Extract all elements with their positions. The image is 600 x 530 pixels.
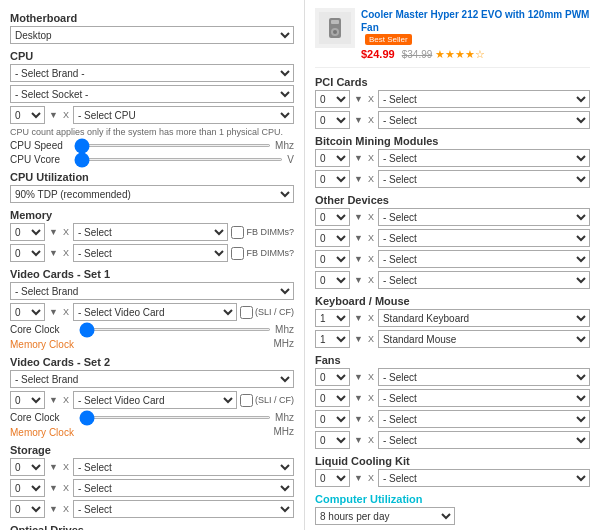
pci-1-x[interactable]: X	[367, 94, 375, 104]
other-4-x[interactable]: X	[367, 275, 375, 285]
other-select-4[interactable]: - Select	[378, 271, 590, 289]
memory-select-2[interactable]: - Select	[73, 244, 229, 262]
other-qty-4[interactable]: 0	[315, 271, 350, 289]
other-1-x[interactable]: X	[367, 212, 375, 222]
mouse-x[interactable]: X	[367, 334, 375, 344]
memory-qty-2[interactable]: 0	[10, 244, 45, 262]
storage-select-3[interactable]: - Select	[73, 500, 294, 518]
memory-select-1[interactable]: - Select	[73, 223, 229, 241]
fan-2-x[interactable]: X	[367, 393, 375, 403]
other-4-down[interactable]: ▼	[353, 275, 364, 285]
bitcoin-2-x[interactable]: X	[367, 174, 375, 184]
bitcoin-qty-2[interactable]: 0	[315, 170, 350, 188]
other-2-x[interactable]: X	[367, 233, 375, 243]
storage-2-x[interactable]: X	[62, 483, 70, 493]
memory-2-down[interactable]: ▼	[48, 248, 59, 258]
fb-dimms-2-checkbox[interactable]	[231, 247, 244, 260]
computer-utilization-select[interactable]: 8 hours per day	[315, 507, 455, 525]
other-2-down[interactable]: ▼	[353, 233, 364, 243]
storage-1-down[interactable]: ▼	[48, 462, 59, 472]
cpu-utilization-select[interactable]: 90% TDP (recommended)	[10, 185, 294, 203]
liquid-select[interactable]: - Select	[378, 469, 590, 487]
storage-select-1[interactable]: - Select	[73, 458, 294, 476]
video1-qty[interactable]: 0	[10, 303, 45, 321]
storage-1-x[interactable]: X	[62, 462, 70, 472]
pci-select-2[interactable]: - Select	[378, 111, 590, 129]
video1-core-slider[interactable]	[79, 328, 271, 331]
fan-4-down[interactable]: ▼	[353, 435, 364, 445]
liquid-x[interactable]: X	[367, 473, 375, 483]
fan-qty-2[interactable]: 0	[315, 389, 350, 407]
keyboard-down[interactable]: ▼	[353, 313, 364, 323]
bitcoin-1-down[interactable]: ▼	[353, 153, 364, 163]
video2-brand-select[interactable]: - Select Brand	[10, 370, 294, 388]
fb-dimms-1-checkbox[interactable]	[231, 226, 244, 239]
storage-qty-3[interactable]: 0	[10, 500, 45, 518]
cpu-vcore-slider[interactable]	[74, 158, 283, 161]
fan-1-down[interactable]: ▼	[353, 372, 364, 382]
storage-qty-1[interactable]: 0	[10, 458, 45, 476]
fan-qty-4[interactable]: 0	[315, 431, 350, 449]
memory-2-x[interactable]: X	[62, 248, 70, 258]
keyboard-qty[interactable]: 1	[315, 309, 350, 327]
bitcoin-select-2[interactable]: - Select	[378, 170, 590, 188]
fan-qty-1[interactable]: 0	[315, 368, 350, 386]
video1-brand-select[interactable]: - Select Brand	[10, 282, 294, 300]
bitcoin-1-x[interactable]: X	[367, 153, 375, 163]
other-qty-1[interactable]: 0	[315, 208, 350, 226]
cpu-socket-select[interactable]: - Select Socket -	[10, 85, 294, 103]
other-qty-3[interactable]: 0	[315, 250, 350, 268]
storage-2-down[interactable]: ▼	[48, 483, 59, 493]
motherboard-select[interactable]: Desktop	[10, 26, 294, 44]
pci-2-x[interactable]: X	[367, 115, 375, 125]
video2-x[interactable]: X	[62, 395, 70, 405]
fan-2-down[interactable]: ▼	[353, 393, 364, 403]
keyboard-x[interactable]: X	[367, 313, 375, 323]
fan-4-x[interactable]: X	[367, 435, 375, 445]
liquid-qty[interactable]: 0	[315, 469, 350, 487]
storage-3-x[interactable]: X	[62, 504, 70, 514]
fan-select-3[interactable]: - Select	[378, 410, 590, 428]
cpu-model-select[interactable]: - Select CPU	[73, 106, 294, 124]
video2-down[interactable]: ▼	[48, 395, 59, 405]
pci-2-down[interactable]: ▼	[353, 115, 364, 125]
memory-qty-1[interactable]: 0	[10, 223, 45, 241]
bitcoin-select-1[interactable]: - Select	[378, 149, 590, 167]
other-select-1[interactable]: - Select	[378, 208, 590, 226]
cpu-count-increment[interactable]: X	[62, 110, 70, 120]
fan-3-x[interactable]: X	[367, 414, 375, 424]
sli-cf-2-checkbox[interactable]	[240, 394, 253, 407]
other-1-down[interactable]: ▼	[353, 212, 364, 222]
pci-qty-1[interactable]: 0	[315, 90, 350, 108]
sli-cf-1-checkbox[interactable]	[240, 306, 253, 319]
other-3-x[interactable]: X	[367, 254, 375, 264]
storage-select-2[interactable]: - Select	[73, 479, 294, 497]
video1-x[interactable]: X	[62, 307, 70, 317]
fan-3-down[interactable]: ▼	[353, 414, 364, 424]
pci-qty-2[interactable]: 0	[315, 111, 350, 129]
cpu-count-select[interactable]: 0	[10, 106, 45, 124]
keyboard-select[interactable]: Standard Keyboard	[378, 309, 590, 327]
product-name[interactable]: Cooler Master Hyper 212 EVO with 120mm P…	[361, 8, 590, 34]
video2-memory-clock-link[interactable]: Memory Clock	[10, 427, 74, 438]
mouse-down[interactable]: ▼	[353, 334, 364, 344]
fan-qty-3[interactable]: 0	[315, 410, 350, 428]
other-qty-2[interactable]: 0	[315, 229, 350, 247]
pci-1-down[interactable]: ▼	[353, 94, 364, 104]
mouse-select[interactable]: Standard Mouse	[378, 330, 590, 348]
video1-memory-clock-link[interactable]: Memory Clock	[10, 339, 74, 350]
memory-1-down[interactable]: ▼	[48, 227, 59, 237]
storage-3-down[interactable]: ▼	[48, 504, 59, 514]
video1-card-select[interactable]: - Select Video Card	[73, 303, 237, 321]
fan-select-1[interactable]: - Select	[378, 368, 590, 386]
mouse-qty[interactable]: 1	[315, 330, 350, 348]
video2-core-slider[interactable]	[79, 416, 271, 419]
liquid-down[interactable]: ▼	[353, 473, 364, 483]
bitcoin-2-down[interactable]: ▼	[353, 174, 364, 184]
cpu-count-decrement[interactable]: ▼	[48, 110, 59, 120]
video2-card-select[interactable]: - Select Video Card	[73, 391, 237, 409]
other-select-3[interactable]: - Select	[378, 250, 590, 268]
pci-select-1[interactable]: - Select	[378, 90, 590, 108]
video1-down[interactable]: ▼	[48, 307, 59, 317]
fan-1-x[interactable]: X	[367, 372, 375, 382]
